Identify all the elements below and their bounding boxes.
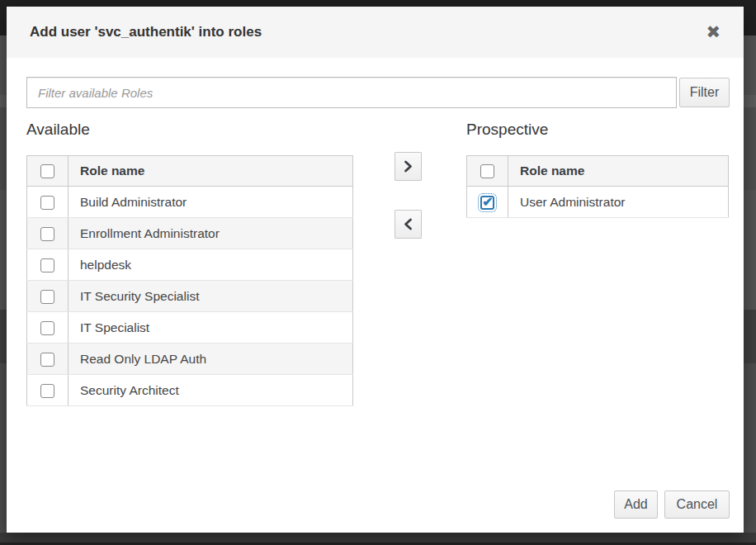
screen: Add user 'svc_authentik' into roles ✖ Fi… bbox=[0, 0, 756, 545]
close-button[interactable]: ✖ bbox=[702, 22, 724, 43]
role-name: Read Only LDAP Auth bbox=[69, 344, 353, 375]
row-checkbox[interactable] bbox=[40, 196, 54, 210]
table-row[interactable]: Read Only LDAP Auth bbox=[27, 344, 353, 375]
header-checkbox-cell bbox=[27, 156, 69, 187]
background-band bbox=[0, 533, 756, 543]
prospective-heading: Prospective bbox=[466, 121, 548, 139]
chevron-right-icon bbox=[403, 160, 413, 173]
row-checkbox[interactable] bbox=[40, 353, 54, 367]
row-checkbox[interactable] bbox=[40, 227, 54, 241]
table-row[interactable]: IT Specialist bbox=[27, 312, 353, 344]
filter-roles-input[interactable] bbox=[26, 77, 677, 108]
row-checkbox[interactable] bbox=[40, 384, 54, 398]
table-row[interactable]: IT Security Specialist bbox=[27, 281, 353, 312]
header-checkbox-cell bbox=[467, 156, 508, 187]
column-header: Role name bbox=[508, 156, 729, 187]
column-header: Role name bbox=[69, 156, 353, 187]
chevron-left-icon bbox=[403, 218, 413, 230]
role-name: IT Security Specialist bbox=[69, 281, 353, 312]
move-to-prospective-button[interactable] bbox=[395, 152, 422, 181]
add-button[interactable]: Add bbox=[614, 490, 658, 519]
row-checkbox[interactable] bbox=[40, 258, 54, 272]
select-all-prospective-checkbox[interactable] bbox=[480, 164, 494, 178]
table-header-row: Role name bbox=[467, 156, 729, 187]
move-to-available-button[interactable] bbox=[395, 210, 422, 239]
role-name: User Administrator bbox=[508, 187, 729, 218]
table-row[interactable]: helpdesk bbox=[27, 249, 353, 281]
table-row[interactable]: Security Architect bbox=[27, 375, 353, 406]
table-row[interactable]: Enrollment Administrator bbox=[27, 218, 353, 249]
role-name: Build Administrator bbox=[69, 187, 353, 218]
dialog-header: Add user 'svc_authentik' into roles ✖ bbox=[7, 7, 744, 58]
available-roles-table: Role name Build Administrator Enrollment… bbox=[26, 155, 353, 406]
row-checkbox[interactable] bbox=[40, 321, 54, 335]
role-name: IT Specialist bbox=[69, 312, 353, 344]
filter-button[interactable]: Filter bbox=[679, 78, 730, 107]
role-name: Enrollment Administrator bbox=[69, 218, 353, 249]
cancel-button[interactable]: Cancel bbox=[664, 490, 730, 519]
close-icon: ✖ bbox=[706, 22, 721, 42]
select-all-available-checkbox[interactable] bbox=[40, 164, 54, 178]
prospective-roles-table: Role name User Administrator bbox=[466, 155, 729, 218]
dialog-title: Add user 'svc_authentik' into roles bbox=[30, 24, 702, 40]
role-name: helpdesk bbox=[69, 249, 353, 281]
add-roles-dialog: Add user 'svc_authentik' into roles ✖ Fi… bbox=[7, 7, 744, 533]
table-header-row: Role name bbox=[27, 156, 353, 187]
row-checkbox[interactable] bbox=[480, 196, 494, 210]
table-row[interactable]: Build Administrator bbox=[27, 187, 353, 218]
available-heading: Available bbox=[26, 121, 90, 139]
role-name: Security Architect bbox=[69, 375, 353, 406]
row-checkbox[interactable] bbox=[40, 290, 54, 304]
table-row[interactable]: User Administrator bbox=[467, 187, 729, 218]
